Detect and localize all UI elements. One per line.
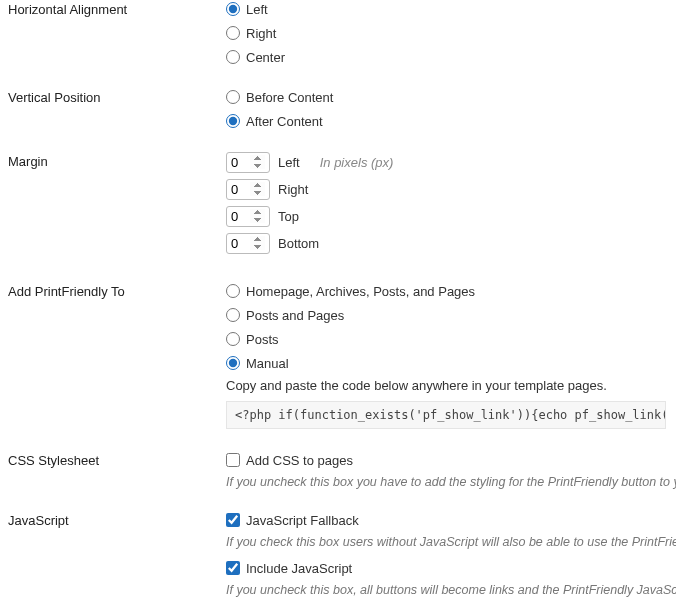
row-css: CSS Stylesheet Add CSS to pages If you u… (8, 451, 676, 489)
radio-label-center: Center (246, 50, 285, 65)
radio-manual[interactable] (226, 356, 240, 370)
controls-add-to: Homepage, Archives, Posts, and Pages Pos… (226, 282, 676, 429)
margin-hint: In pixels (px) (320, 155, 394, 170)
margin-right-input[interactable] (226, 179, 270, 200)
add-to-description: Copy and paste the code below anywhere i… (226, 378, 676, 393)
controls-horizontal-alignment: Left Right Center (226, 0, 676, 66)
checkbox-include-js[interactable] (226, 561, 240, 575)
row-margin: Margin Left In pixels (px) Right Top Bot… (8, 152, 676, 260)
radio-option-all: Homepage, Archives, Posts, and Pages (226, 282, 676, 300)
controls-js: JavaScript Fallback If you check this bo… (226, 511, 676, 597)
margin-top-label: Top (278, 209, 299, 224)
check-label-add-css: Add CSS to pages (246, 453, 353, 468)
radio-label-left: Left (246, 2, 268, 17)
radio-center[interactable] (226, 50, 240, 64)
margin-line-right: Right (226, 179, 676, 200)
radio-option-pp: Posts and Pages (226, 306, 676, 324)
radio-before-content[interactable] (226, 90, 240, 104)
radio-left[interactable] (226, 2, 240, 16)
row-vertical-position: Vertical Position Before Content After C… (8, 88, 676, 130)
radio-all[interactable] (226, 284, 240, 298)
controls-vertical-position: Before Content After Content (226, 88, 676, 130)
radio-after-content[interactable] (226, 114, 240, 128)
margin-left-label: Left (278, 155, 300, 170)
checkbox-js-fallback[interactable] (226, 513, 240, 527)
row-add-to: Add PrintFriendly To Homepage, Archives,… (8, 282, 676, 429)
label-js: JavaScript (8, 511, 226, 528)
radio-option-manual: Manual (226, 354, 676, 372)
radio-posts-pages[interactable] (226, 308, 240, 322)
radio-option-after: After Content (226, 112, 676, 130)
radio-label-after: After Content (246, 114, 323, 129)
label-css: CSS Stylesheet (8, 451, 226, 468)
margin-top-input[interactable] (226, 206, 270, 227)
help-include: If you uncheck this box, all buttons wil… (226, 583, 676, 597)
radio-label-pp: Posts and Pages (246, 308, 344, 323)
radio-option-posts: Posts (226, 330, 676, 348)
row-horizontal-alignment: Horizontal Alignment Left Right Center (8, 0, 676, 66)
label-add-to: Add PrintFriendly To (8, 282, 226, 299)
row-js: JavaScript JavaScript Fallback If you ch… (8, 511, 676, 597)
margin-right-label: Right (278, 182, 308, 197)
label-horizontal-alignment: Horizontal Alignment (8, 0, 226, 17)
margin-line-left: Left In pixels (px) (226, 152, 676, 173)
check-line-fallback: JavaScript Fallback (226, 511, 676, 529)
radio-label-posts: Posts (246, 332, 279, 347)
controls-css: Add CSS to pages If you uncheck this box… (226, 451, 676, 489)
radio-label-before: Before Content (246, 90, 333, 105)
margin-line-top: Top (226, 206, 676, 227)
margin-bottom-label: Bottom (278, 236, 319, 251)
margin-line-bottom: Bottom (226, 233, 676, 254)
label-margin: Margin (8, 152, 226, 169)
check-line-include: Include JavaScript (226, 559, 676, 577)
php-code-snippet[interactable]: <?php if(function_exists('pf_show_link')… (226, 401, 666, 429)
help-fallback: If you check this box users without Java… (226, 535, 676, 549)
radio-right[interactable] (226, 26, 240, 40)
radio-option-right: Right (226, 24, 676, 42)
radio-option-before: Before Content (226, 88, 676, 106)
margin-left-input[interactable] (226, 152, 270, 173)
margin-bottom-input[interactable] (226, 233, 270, 254)
help-css: If you uncheck this box you have to add … (226, 475, 676, 489)
radio-option-center: Center (226, 48, 676, 66)
checkbox-add-css[interactable] (226, 453, 240, 467)
radio-label-all: Homepage, Archives, Posts, and Pages (246, 284, 475, 299)
label-vertical-position: Vertical Position (8, 88, 226, 105)
radio-label-manual: Manual (246, 356, 289, 371)
radio-option-left: Left (226, 0, 676, 18)
check-label-fallback: JavaScript Fallback (246, 513, 359, 528)
check-label-include: Include JavaScript (246, 561, 352, 576)
controls-margin: Left In pixels (px) Right Top Bottom (226, 152, 676, 260)
radio-posts[interactable] (226, 332, 240, 346)
radio-label-right: Right (246, 26, 276, 41)
check-line-add-css: Add CSS to pages (226, 451, 676, 469)
